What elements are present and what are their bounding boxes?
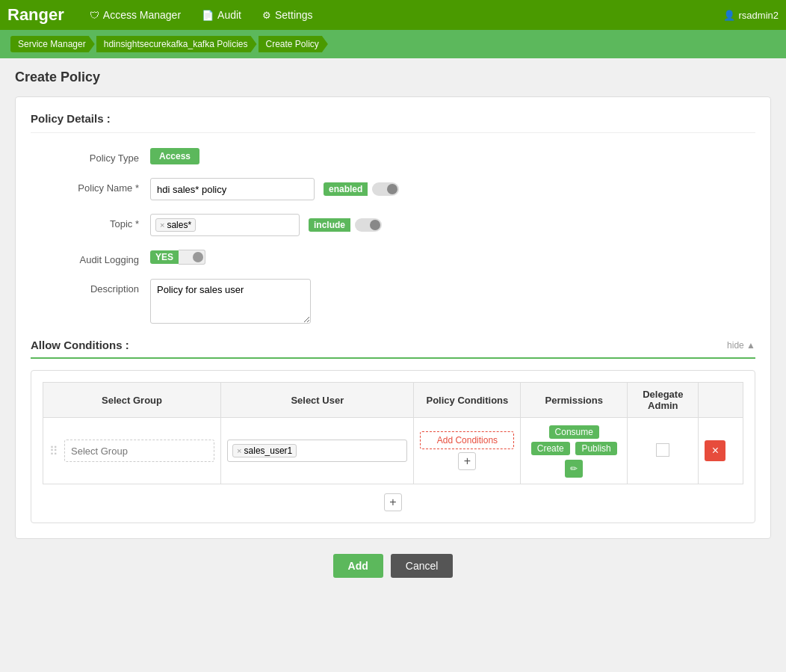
user-tag-value: sales_user1 xyxy=(244,446,293,456)
permission-create[interactable]: Create xyxy=(531,442,570,455)
permissions-wrap: Consume Create Publish ✏ xyxy=(527,424,621,478)
policy-type-badge: Access xyxy=(150,148,199,164)
add-conditions-plus-btn[interactable]: + xyxy=(458,452,476,470)
add-row-btn[interactable]: + xyxy=(384,493,402,511)
permission-consume[interactable]: Consume xyxy=(549,425,599,439)
main-content: Create Policy Policy Details : Policy Ty… xyxy=(0,58,786,604)
gear-icon: ⚙ xyxy=(262,10,271,21)
include-label: include xyxy=(309,218,350,232)
table-row: ⠿ × sales_user1 xyxy=(43,418,743,484)
drag-handle[interactable]: ⠿ xyxy=(49,444,61,458)
topic-tag-remove[interactable]: × xyxy=(160,221,164,229)
topic-label: Topic * xyxy=(31,214,150,229)
user-icon: 👤 xyxy=(723,10,735,21)
username-label: rsadmin2 xyxy=(739,10,779,21)
page-title: Create Policy xyxy=(15,70,771,85)
description-row: Description Policy for sales user xyxy=(31,279,755,324)
breadcrumb-create-policy[interactable]: Create Policy xyxy=(259,36,328,52)
form-actions: Add Cancel xyxy=(15,539,771,593)
description-input[interactable]: Policy for sales user xyxy=(150,279,311,324)
enabled-label: enabled xyxy=(324,182,368,196)
select-group-cell: ⠿ xyxy=(43,418,221,484)
permissions-cell: Consume Create Publish ✏ xyxy=(521,418,628,484)
select-user-cell: × sales_user1 xyxy=(221,418,414,484)
user-tag-remove[interactable]: × xyxy=(237,446,241,455)
permission-publish[interactable]: Publish xyxy=(575,442,616,455)
permissions-edit-btn[interactable]: ✏ xyxy=(565,460,583,478)
policy-type-row: Policy Type Access xyxy=(31,148,755,164)
policy-enabled-toggle-wrap: enabled xyxy=(324,182,399,196)
policy-type-label: Policy Type xyxy=(31,148,150,164)
audit-yes-toggle[interactable]: YES xyxy=(150,250,205,265)
policy-type-control: Access xyxy=(150,148,755,164)
document-icon: 📄 xyxy=(202,10,214,21)
col-delegate-admin: Delegate Admin xyxy=(628,383,699,418)
include-toggle[interactable] xyxy=(355,218,382,232)
conditions-table: Select Group Select User Policy Conditio… xyxy=(43,382,743,484)
col-select-group: Select Group xyxy=(43,383,221,418)
hide-link[interactable]: hide ▲ xyxy=(727,340,755,351)
select-group-input[interactable] xyxy=(64,440,214,462)
policy-card: Policy Details : Policy Type Access Poli… xyxy=(15,96,771,539)
description-label: Description xyxy=(31,279,150,295)
add-button[interactable]: Add xyxy=(333,554,383,578)
topic-tag-input[interactable]: × sales* xyxy=(150,214,300,236)
delete-row-btn[interactable]: × xyxy=(705,440,725,461)
description-control: Policy for sales user xyxy=(150,279,755,324)
include-toggle-wrap: include xyxy=(309,218,382,232)
brand-logo[interactable]: Ranger xyxy=(7,5,64,25)
breadcrumb-service-manager[interactable]: Service Manager xyxy=(10,36,95,52)
col-action xyxy=(699,383,743,418)
audit-logging-control: YES xyxy=(150,250,755,265)
permissions-badges: Consume Create Publish xyxy=(527,424,621,457)
top-navigation: Ranger 🛡 Access Manager 📄 Audit ⚙ Settin… xyxy=(0,0,786,30)
topic-control: × sales* include xyxy=(150,214,755,236)
shield-icon: 🛡 xyxy=(90,10,99,21)
nav-audit-label: Audit xyxy=(217,9,241,21)
user-tag: × sales_user1 xyxy=(232,444,297,457)
nav-settings[interactable]: ⚙ Settings xyxy=(252,0,324,30)
nav-audit[interactable]: 📄 Audit xyxy=(191,0,252,30)
topic-row: Topic * × sales* include xyxy=(31,214,755,236)
breadcrumb-policies[interactable]: hdinsightsecurekafka_kafka Policies xyxy=(96,36,257,52)
allow-conditions-header: Allow Conditions : hide ▲ xyxy=(31,339,755,359)
user-area: 👤 rsadmin2 xyxy=(723,10,779,21)
topic-tag-value: sales* xyxy=(167,220,191,230)
action-cell: × xyxy=(699,418,743,484)
policy-conditions-cell: Add Conditions + xyxy=(414,418,521,484)
conditions-card: Select Group Select User Policy Conditio… xyxy=(31,370,755,523)
nav-access-manager[interactable]: 🛡 Access Manager xyxy=(79,0,191,30)
cancel-button[interactable]: Cancel xyxy=(391,554,454,578)
policy-details-section-title: Policy Details : xyxy=(31,112,755,133)
topic-tag: × sales* xyxy=(155,218,196,232)
nav-access-manager-label: Access Manager xyxy=(103,9,181,21)
delegate-admin-cell xyxy=(628,418,699,484)
policy-name-label: Policy Name * xyxy=(31,178,150,194)
audit-logging-row: Audit Logging YES xyxy=(31,250,755,265)
select-user-tag-input[interactable]: × sales_user1 xyxy=(227,440,407,462)
delegate-admin-checkbox[interactable] xyxy=(656,443,669,457)
col-select-user: Select User xyxy=(221,383,414,418)
policy-name-row: Policy Name * enabled xyxy=(31,178,755,200)
col-permissions: Permissions xyxy=(521,383,628,418)
add-conditions-link[interactable]: Add Conditions xyxy=(420,431,514,449)
policy-name-control: enabled xyxy=(150,178,755,200)
allow-conditions-title: Allow Conditions : xyxy=(31,339,129,351)
audit-yes-label: YES xyxy=(150,250,179,264)
enabled-toggle[interactable] xyxy=(372,182,399,196)
col-policy-conditions: Policy Conditions xyxy=(414,383,521,418)
policy-name-input[interactable] xyxy=(150,178,315,200)
breadcrumb: Service Manager hdinsightsecurekafka_kaf… xyxy=(0,30,786,58)
audit-toggle-switch[interactable] xyxy=(179,250,205,265)
audit-logging-label: Audit Logging xyxy=(31,250,150,265)
nav-settings-label: Settings xyxy=(275,9,313,21)
